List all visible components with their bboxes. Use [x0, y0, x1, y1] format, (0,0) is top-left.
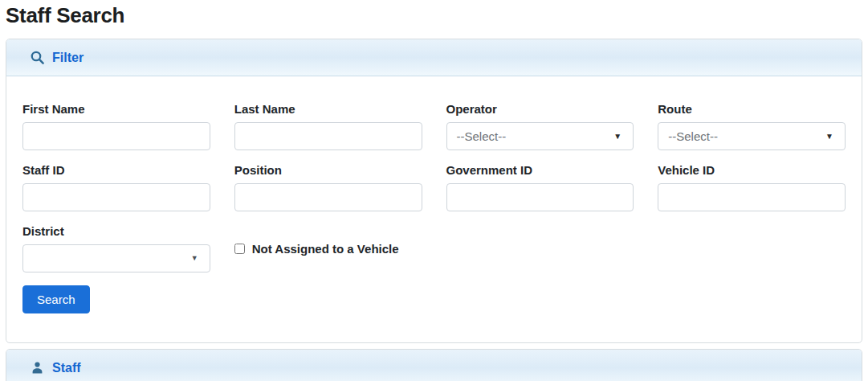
page: Staff Search Filter First Name Last Name — [0, 0, 868, 381]
spacer — [658, 224, 846, 272]
page-title: Staff Search — [6, 3, 862, 28]
staff-panel-title: Staff — [52, 361, 81, 375]
staff-panel: Staff — [6, 349, 862, 381]
chevron-down-icon: ▼ — [825, 133, 833, 141]
route-selected-value: --Select-- — [668, 129, 718, 143]
person-icon — [31, 361, 44, 375]
first-name-input[interactable] — [22, 122, 210, 150]
district-label: District — [22, 224, 210, 239]
field-operator: Operator --Select-- ▼ — [446, 102, 634, 150]
operator-selected-value: --Select-- — [457, 129, 507, 143]
last-name-label: Last Name — [234, 102, 422, 117]
field-staff-id: Staff ID — [22, 163, 210, 211]
field-vehicle-id: Vehicle ID — [658, 163, 846, 211]
not-assigned-checkbox-group: Not Assigned to a Vehicle — [234, 225, 422, 272]
filter-panel: Filter First Name Last Name Operator --S… — [6, 39, 862, 343]
spacer — [446, 224, 634, 272]
first-name-label: First Name — [22, 102, 210, 117]
not-assigned-checkbox[interactable] — [234, 244, 245, 254]
field-last-name: Last Name — [234, 102, 422, 150]
last-name-input[interactable] — [234, 122, 422, 150]
search-icon — [31, 51, 44, 64]
chevron-down-icon: ▼ — [191, 255, 198, 262]
operator-select[interactable]: --Select-- ▼ — [446, 122, 634, 150]
staff-panel-header[interactable]: Staff — [6, 350, 862, 381]
button-row: Search — [22, 285, 846, 313]
government-id-input[interactable] — [446, 183, 634, 211]
vehicle-id-input[interactable] — [658, 183, 846, 211]
search-button[interactable]: Search — [22, 285, 90, 313]
route-label: Route — [658, 102, 846, 117]
chevron-down-icon: ▼ — [613, 133, 621, 141]
field-first-name: First Name — [22, 102, 210, 150]
staff-id-label: Staff ID — [22, 163, 210, 178]
filter-panel-body: First Name Last Name Operator --Select--… — [6, 76, 862, 342]
operator-label: Operator — [446, 102, 634, 117]
not-assigned-checkbox-label: Not Assigned to a Vehicle — [252, 242, 399, 256]
field-government-id: Government ID — [446, 163, 634, 211]
government-id-label: Government ID — [446, 163, 634, 178]
route-select[interactable]: --Select-- ▼ — [658, 122, 846, 150]
filter-panel-title: Filter — [52, 51, 84, 65]
staff-id-input[interactable] — [22, 183, 210, 211]
field-route: Route --Select-- ▼ — [658, 102, 846, 150]
field-district: District ▼ — [22, 224, 210, 272]
vehicle-id-label: Vehicle ID — [658, 163, 846, 178]
filter-panel-header[interactable]: Filter — [6, 39, 862, 76]
position-input[interactable] — [234, 183, 422, 211]
district-select[interactable]: ▼ — [22, 244, 210, 272]
filter-form: First Name Last Name Operator --Select--… — [22, 102, 846, 313]
position-label: Position — [234, 163, 422, 178]
field-position: Position — [234, 163, 422, 211]
